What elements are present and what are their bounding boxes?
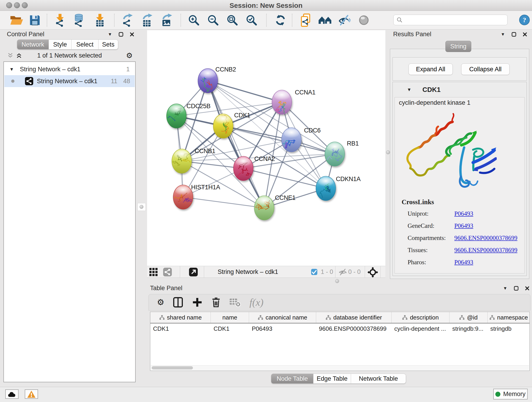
table-cell[interactable]: 9606.ENSP00000378699: [316, 323, 392, 334]
import-network-from-file-button[interactable]: [53, 13, 67, 27]
export-table-button[interactable]: [140, 13, 155, 27]
tab-edge-table[interactable]: Edge Table: [313, 374, 351, 384]
control-panel-menu-button[interactable]: ▼: [108, 32, 113, 37]
zoom-in-icon: [188, 14, 200, 26]
tree-collapse-icon[interactable]: ▼: [9, 67, 14, 72]
export-image-button[interactable]: [160, 13, 175, 27]
refresh-network-button[interactable]: [273, 13, 288, 27]
network-row-selected[interactable]: String Network – cdk1 11 48: [4, 75, 135, 87]
memory-button[interactable]: Memory: [493, 389, 528, 400]
column-header-shared-name[interactable]: shared name: [150, 312, 211, 323]
warnings-button[interactable]: [25, 389, 38, 399]
network-icon: [25, 77, 33, 85]
help-button[interactable]: ?: [519, 14, 530, 26]
export-image-icon: [161, 13, 174, 27]
section-collapse-icon[interactable]: ▼: [407, 87, 412, 92]
table-panel-close-button[interactable]: [525, 286, 530, 291]
collapse-all-button[interactable]: Collapse All: [461, 64, 510, 75]
control-panel: Control Panel ▼ NetworkStyleSelectSets 1…: [3, 30, 136, 385]
column-header-name[interactable]: name: [211, 312, 249, 323]
duplicate-network-button[interactable]: [299, 13, 313, 27]
function-builder-icon-disabled: f(x): [249, 297, 268, 308]
column-header-database-identifier[interactable]: database identifier: [316, 312, 392, 323]
results-panel-menu-button[interactable]: ▼: [500, 32, 505, 37]
graph-edge[interactable]: [183, 197, 264, 208]
import-network-from-database-button[interactable]: [71, 13, 86, 27]
crosslink-value-link[interactable]: P06493: [454, 222, 473, 230]
scrollbar-thumb[interactable]: [152, 366, 193, 370]
tab-select[interactable]: Select: [71, 39, 99, 50]
first-neighbors-button[interactable]: [317, 13, 332, 27]
zoom-fit-button[interactable]: [225, 13, 240, 27]
table-row[interactable]: CDK1CDK1P064939606.ENSP00000378699cyclin…: [150, 323, 530, 334]
column-header-namespace[interactable]: namespace: [488, 312, 530, 323]
zoom-in-button[interactable]: [186, 13, 201, 27]
expand-all-button[interactable]: Expand All: [409, 64, 453, 75]
cloud-status-button[interactable]: [5, 389, 19, 399]
tab-network-table[interactable]: Network Table: [351, 374, 406, 384]
show-all-button[interactable]: [356, 13, 371, 27]
table-cell[interactable]: stringdb:9...: [450, 323, 488, 334]
table-cell[interactable]: P06493: [249, 323, 316, 334]
show-grid-icon[interactable]: [149, 268, 158, 277]
birdseye-view-icon[interactable]: [367, 267, 378, 278]
network-collection-row[interactable]: ▼ String Network – cdk1 1: [4, 64, 135, 75]
zoom-out-button[interactable]: [206, 13, 220, 27]
crosslink-value-link[interactable]: 9606.ENSP00000378699: [454, 247, 517, 254]
node-details-body: cyclin-dependent kinase 1 CrossLinks Uni…: [394, 97, 525, 274]
table-cell[interactable]: CDK1: [150, 323, 211, 334]
network-options-gear-icon[interactable]: ⚙: [126, 51, 133, 60]
add-column-icon[interactable]: [192, 297, 202, 307]
graph-edge[interactable]: [208, 81, 282, 102]
crosslink-label: Compartments:: [408, 235, 446, 242]
table-cell[interactable]: stringdb: [488, 323, 530, 334]
table-panel-menu-button[interactable]: ▼: [503, 286, 508, 291]
control-panel-close-button[interactable]: [129, 32, 134, 37]
bottom-splitter-grip[interactable]: [335, 279, 339, 283]
open-file-button[interactable]: [9, 13, 24, 27]
search-field[interactable]: [393, 15, 507, 25]
table-cell[interactable]: CDK1: [211, 323, 249, 334]
tab-network[interactable]: Network: [17, 39, 49, 50]
hide-selected-button[interactable]: [337, 13, 351, 27]
table-options-gear-icon[interactable]: ⚙: [157, 298, 164, 307]
collection-count: 1: [126, 66, 130, 73]
crosslink-value-link[interactable]: P06493: [454, 210, 473, 217]
left-splitter[interactable]: [138, 203, 146, 211]
selected-checkbox-icon[interactable]: [311, 269, 317, 275]
column-header-label: description: [410, 314, 439, 321]
node-gloss: [257, 197, 272, 206]
node-gloss: [174, 151, 189, 159]
network-overview-icon[interactable]: [163, 268, 172, 276]
crosslink-value-link[interactable]: 9606.ENSP00000378699: [454, 235, 517, 242]
column-header-description[interactable]: description: [392, 312, 450, 323]
export-view-icon[interactable]: [189, 268, 198, 276]
graph-node-label: CCNE1: [275, 194, 296, 201]
search-input[interactable]: [405, 16, 507, 24]
network-canvas[interactable]: CCNB2 CCNA1 CDC25B CDK1 CDC6 RB1 CCNB1: [147, 30, 385, 266]
column-header-id[interactable]: @id: [450, 312, 488, 323]
table-horizontal-scrollbar[interactable]: [151, 365, 529, 370]
tab-node-table[interactable]: Node Table: [271, 374, 313, 384]
table-type-tabs: Node TableEdge TableNetwork Table: [271, 374, 406, 384]
control-panel-float-button[interactable]: [119, 32, 123, 37]
export-network-button[interactable]: [120, 13, 135, 27]
results-panel-title: Results Panel: [393, 31, 431, 38]
table-cell[interactable]: cyclin-dependent ...: [392, 323, 450, 334]
show-columns-icon[interactable]: [173, 297, 183, 307]
crosslink-value-link[interactable]: P06493: [454, 259, 473, 266]
tab-sets[interactable]: Sets: [99, 39, 118, 50]
zoom-selected-button[interactable]: [244, 13, 259, 27]
tab-string[interactable]: String: [445, 41, 471, 52]
tab-style[interactable]: Style: [49, 39, 71, 50]
node-gloss: [236, 158, 251, 167]
node-details-header[interactable]: ▼ CDK1: [393, 82, 526, 97]
application-window: Session: New Session ? Control Panel ▼ N…: [0, 0, 532, 402]
import-table-from-file-button[interactable]: [93, 13, 107, 27]
column-header-canonical-name[interactable]: canonical name: [249, 312, 316, 323]
delete-column-icon[interactable]: [211, 297, 221, 307]
results-panel-float-button[interactable]: [511, 32, 516, 37]
table-panel-float-button[interactable]: [514, 286, 519, 291]
results-panel-close-button[interactable]: [522, 32, 527, 37]
save-session-button[interactable]: [27, 13, 42, 27]
